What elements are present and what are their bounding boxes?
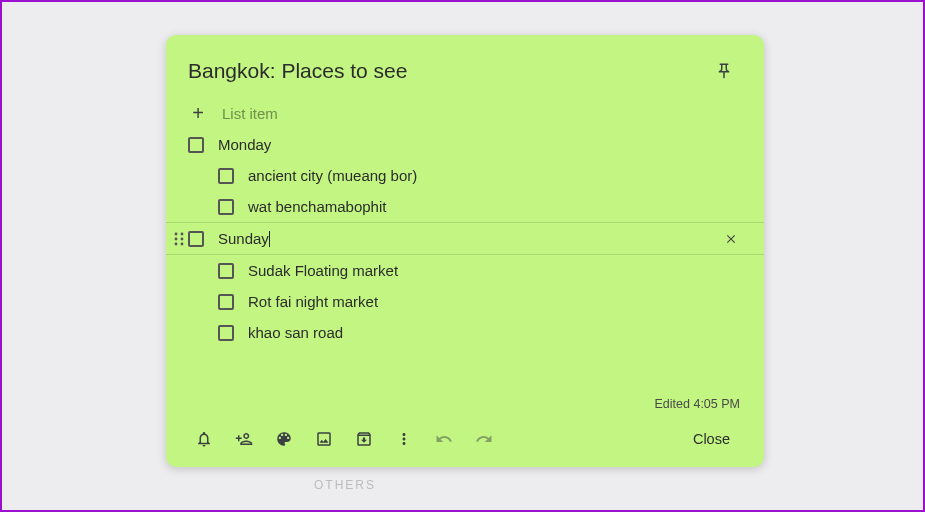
collaborator-button[interactable] xyxy=(224,421,264,457)
list-item-text[interactable]: Monday xyxy=(218,136,752,153)
delete-item-button[interactable] xyxy=(724,232,752,246)
more-button[interactable] xyxy=(384,421,424,457)
note-header: Bangkok: Places to see xyxy=(166,35,764,97)
drag-handle-icon[interactable] xyxy=(170,231,188,247)
new-item-placeholder: List item xyxy=(222,105,278,122)
checkbox[interactable] xyxy=(218,168,234,184)
list-item-text[interactable]: wat benchamabophit xyxy=(248,198,752,215)
redo-icon xyxy=(475,430,493,448)
svg-point-5 xyxy=(181,242,184,245)
archive-icon xyxy=(355,430,373,448)
note-footer: Edited 4:05 PM xyxy=(166,391,764,467)
edited-timestamp: Edited 4:05 PM xyxy=(184,391,746,421)
note-toolbar: Close xyxy=(184,421,746,457)
person-add-icon xyxy=(235,430,253,448)
others-section-label: OTHERS xyxy=(314,478,376,492)
checkbox[interactable] xyxy=(218,325,234,341)
checklist: + List item Monday ancient city (mueang … xyxy=(166,97,764,391)
note-title[interactable]: Bangkok: Places to see xyxy=(188,59,706,83)
svg-point-3 xyxy=(181,237,184,240)
color-button[interactable] xyxy=(264,421,304,457)
list-item-text[interactable]: khao san road xyxy=(248,324,752,341)
new-list-item-row[interactable]: + List item xyxy=(166,97,764,129)
list-item-text[interactable]: Sunday xyxy=(218,230,724,247)
svg-point-0 xyxy=(175,232,178,235)
close-button[interactable]: Close xyxy=(677,423,746,455)
list-item-active[interactable]: Sunday xyxy=(166,222,764,255)
svg-point-1 xyxy=(181,232,184,235)
undo-icon xyxy=(435,430,453,448)
close-icon xyxy=(724,232,738,246)
svg-point-2 xyxy=(175,237,178,240)
undo-button[interactable] xyxy=(424,421,464,457)
checkbox[interactable] xyxy=(218,294,234,310)
redo-button[interactable] xyxy=(464,421,504,457)
checkbox[interactable] xyxy=(188,137,204,153)
reminder-button[interactable] xyxy=(184,421,224,457)
checkbox[interactable] xyxy=(188,231,204,247)
more-vert-icon xyxy=(395,430,413,448)
list-item-text[interactable]: Sudak Floating market xyxy=(248,262,752,279)
svg-point-4 xyxy=(175,242,178,245)
pin-button[interactable] xyxy=(706,53,742,89)
list-item[interactable]: Sudak Floating market xyxy=(166,255,764,286)
list-item[interactable]: wat benchamabophit xyxy=(166,191,764,222)
image-button[interactable] xyxy=(304,421,344,457)
image-icon xyxy=(315,430,333,448)
checkbox[interactable] xyxy=(218,199,234,215)
plus-icon: + xyxy=(188,103,208,123)
list-item-text[interactable]: Rot fai night market xyxy=(248,293,752,310)
list-item[interactable]: ancient city (mueang bor) xyxy=(166,160,764,191)
list-item[interactable]: Rot fai night market xyxy=(166,286,764,317)
note-card: Bangkok: Places to see + List item Monda… xyxy=(166,35,764,467)
checkbox[interactable] xyxy=(218,263,234,279)
pin-icon xyxy=(715,62,733,80)
list-item-text[interactable]: ancient city (mueang bor) xyxy=(248,167,752,184)
palette-icon xyxy=(275,430,293,448)
archive-button[interactable] xyxy=(344,421,384,457)
list-item[interactable]: khao san road xyxy=(166,317,764,348)
list-item[interactable]: Monday xyxy=(166,129,764,160)
bell-icon xyxy=(195,430,213,448)
